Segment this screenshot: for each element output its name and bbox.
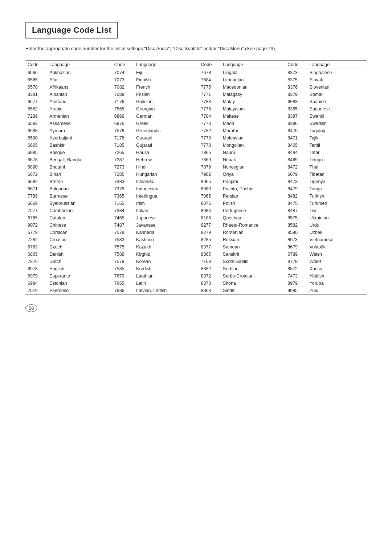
cell-lang-2-2: Macedonian [221, 84, 280, 91]
cell-lang-28-2: Serbo-Croatian [221, 272, 280, 280]
cell-lang-7-2: Maori [221, 120, 280, 127]
cell-code-25-2: 8365 [199, 251, 221, 258]
cell-code-21-2: 8277 [199, 222, 221, 229]
cell-lang-11-0: Basque [47, 149, 106, 156]
spacer-10-1 [107, 142, 112, 149]
cell-code-15-0: 6682 [25, 178, 47, 185]
spacer-17-1 [107, 193, 112, 200]
spacer-29-1 [107, 280, 112, 287]
spacer-5-2 [193, 105, 199, 113]
cell-lang-26-2: Scots Gaelic [221, 258, 280, 265]
cell-lang-30-2: Sindhi [221, 287, 280, 295]
cell-code-3-2: 7771 [199, 91, 221, 98]
cell-lang-25-1: Kirghiz [134, 251, 193, 258]
spacer-15-1 [107, 178, 112, 185]
cell-lang-20-3: Ukrainian [307, 214, 367, 222]
cell-lang-30-1: Latvian, Lettish [134, 287, 193, 295]
table-row: 6566Abkhazian7074Fiji7678Lingala8373Sing… [25, 69, 367, 76]
cell-code-28-3: 7473 [285, 272, 307, 280]
cell-lang-14-3: Tibetan [307, 171, 367, 178]
spacer-1-1 [107, 76, 112, 84]
cell-code-15-3: 8473 [285, 178, 307, 185]
cell-lang-7-0: Assamese [47, 120, 106, 127]
table-row: 6588Aymara7576Greenlandic7782Marathi8476… [25, 127, 367, 134]
cell-code-12-2: 7869 [199, 156, 221, 163]
page-number-container: 58 [25, 305, 367, 311]
cell-lang-9-3: Tajik [307, 134, 367, 142]
cell-lang-25-0: Danish [47, 251, 106, 258]
description: Enter the appropriate code number for th… [25, 45, 367, 52]
cell-lang-5-3: Sudanese [307, 105, 367, 113]
cell-code-18-3: 8475 [285, 200, 307, 207]
cell-code-22-2: 8279 [199, 229, 221, 236]
cell-lang-11-2: Nauru [221, 149, 280, 156]
cell-lang-9-1: Guarani [134, 134, 193, 142]
table-row: 7289Armenian6869German7784Maltese8387Swa… [25, 113, 367, 120]
cell-lang-26-0: Dutch [47, 258, 106, 265]
spacer-3-2 [193, 91, 199, 98]
spacer-2-1 [107, 84, 112, 91]
spacer-5-1 [107, 105, 112, 113]
cell-code-19-0: 7577 [25, 207, 47, 214]
table-body: 6566Abkhazian7074Fiji7678Lingala8373Sing… [25, 69, 367, 294]
cell-lang-12-3: Telugu [307, 156, 367, 163]
cell-code-25-3: 6789 [285, 251, 307, 258]
cell-code-17-3: 8482 [285, 193, 307, 200]
spacer-20-2 [193, 214, 199, 222]
cell-lang-25-3: Welsh [307, 251, 367, 258]
cell-code-27-2: 8382 [199, 265, 221, 272]
cell-code-8-1: 7576 [112, 127, 134, 134]
cell-code-26-1: 7579 [112, 258, 134, 265]
cell-code-16-0: 6671 [25, 185, 47, 193]
cell-code-6-1: 6869 [112, 113, 134, 120]
cell-code-9-0: 6590 [25, 134, 47, 142]
cell-code-24-2: 8377 [199, 243, 221, 251]
cell-code-7-1: 6976 [112, 120, 134, 127]
cell-code-11-2: 7865 [199, 149, 221, 156]
table-row: 6671Bulgarian7378Indonesian8083Pashto, P… [25, 185, 367, 193]
cell-code-15-2: 8065 [199, 178, 221, 185]
cell-lang-14-2: Oriya [221, 171, 280, 178]
cell-code-28-1: 7679 [112, 272, 134, 280]
cell-lang-15-2: Panjabi [221, 178, 280, 185]
cell-code-3-3: 8379 [285, 91, 307, 98]
cell-lang-22-3: Uzbek [307, 229, 367, 236]
cell-code-5-1: 7565 [112, 105, 134, 113]
cell-code-18-2: 8076 [199, 200, 221, 207]
cell-code-12-1: 7387 [112, 156, 134, 163]
cell-code-21-1: 7487 [112, 222, 134, 229]
spacer-14-3 [280, 171, 285, 178]
cell-code-10-3: 8465 [285, 142, 307, 149]
cell-code-0-3: 8373 [285, 69, 307, 76]
cell-code-13-0: 6890 [25, 163, 47, 171]
cell-lang-0-1: Fiji [134, 69, 193, 76]
cell-code-2-2: 7775 [199, 84, 221, 91]
cell-lang-10-0: Bashkir [47, 142, 106, 149]
spacer-19-3 [280, 207, 285, 214]
cell-code-0-0: 6566 [25, 69, 47, 76]
spacer-12-2 [193, 156, 199, 163]
spacer-21-2 [193, 222, 199, 229]
cell-lang-19-3: Twi [307, 207, 367, 214]
col-header-lang-2: Language [134, 60, 193, 69]
cell-code-2-1: 7082 [112, 84, 134, 91]
cell-code-10-1: 7185 [112, 142, 134, 149]
cell-code-6-3: 8387 [285, 113, 307, 120]
cell-code-6-2: 7784 [199, 113, 221, 120]
cell-lang-4-0: Amharic [47, 98, 106, 105]
cell-lang-16-1: Indonesian [134, 185, 193, 193]
cell-code-16-1: 7378 [112, 185, 134, 193]
spacer-13-1 [107, 163, 112, 171]
cell-lang-15-1: Icelandic [134, 178, 193, 185]
cell-code-8-2: 7782 [199, 127, 221, 134]
table-row: 7282Croatian7583Kashmiri8285Russian8673V… [25, 236, 367, 243]
spacer-4-1 [107, 98, 112, 105]
cell-code-18-0: 6669 [25, 200, 47, 207]
cell-lang-23-0: Croatian [47, 236, 106, 243]
spacer-27-2 [193, 265, 199, 272]
spacer-12-1 [107, 156, 112, 163]
table-row: 7079Faeroese7686Latvian, Lettish8368Sind… [25, 287, 367, 295]
cell-lang-7-3: Swedish [307, 120, 367, 127]
cell-code-4-1: 7176 [112, 98, 134, 105]
cell-lang-27-0: English [47, 265, 106, 272]
